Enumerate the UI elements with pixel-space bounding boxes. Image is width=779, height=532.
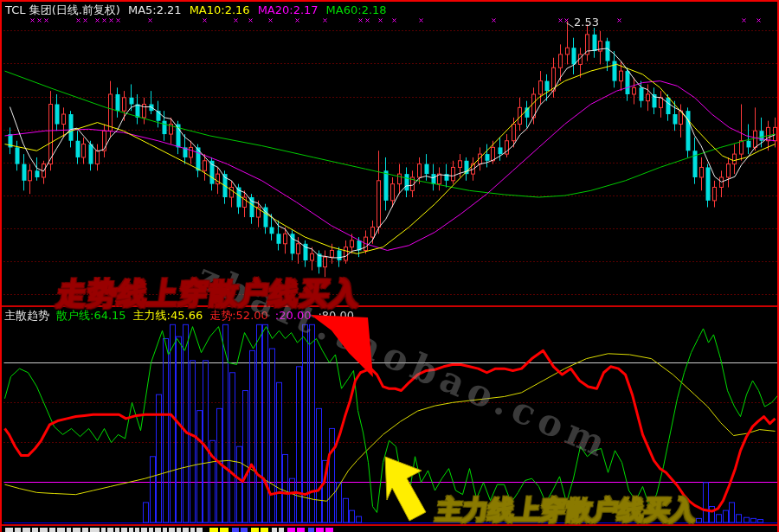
bottom-strip-segment: [272, 528, 277, 532]
bottom-strip-segment: [325, 528, 333, 532]
bottom-strip-segment: [40, 528, 48, 532]
bottom-strip-segment: [5, 528, 13, 532]
bottom-strip-segment: [57, 528, 65, 532]
indicator-name[interactable]: 主散趋势: [4, 309, 49, 322]
yellow-arrow-icon: [378, 452, 439, 525]
bottom-strip-segment: [183, 528, 189, 532]
bottom-strip-segment: [297, 528, 305, 532]
bottom-strip-segment: [251, 528, 259, 532]
bottom-strip-segment: [82, 528, 88, 532]
buy-signal-annotation-main: 主力线上穿散户线买入: [434, 493, 699, 529]
bottom-strip-segment: [135, 528, 139, 532]
bottom-strip-segment: [49, 528, 55, 532]
bottom-strip-segment: [209, 528, 218, 532]
app-window: TCL 集团(日线.前复权)MA5:2.21MA10:2.16MA20:2.17…: [0, 0, 779, 532]
ma10-label: MA10:2.16: [190, 3, 250, 16]
bottom-strip-segment: [316, 528, 324, 532]
bottom-strip-segment: [220, 528, 229, 532]
bottom-strip-segment: [190, 528, 195, 532]
bottom-strip-segment: [196, 528, 203, 532]
bottom-strip-segment: [32, 528, 38, 532]
ma5-label: MA5:2.21: [128, 3, 182, 16]
buy-signal-annotation-trend: 走势线上穿散户线买入: [55, 274, 363, 314]
bottom-strip-segment: [232, 528, 239, 532]
bottom-strip-segment: [241, 528, 248, 532]
peak-price-label: 2.53: [574, 16, 599, 29]
bottom-strip-segment: [141, 528, 147, 532]
bottom-strip-segment: [67, 528, 71, 532]
bottom-strip-segment: [308, 528, 314, 532]
bottom-strip-segment: [279, 528, 284, 532]
bottom-strip-segment: [163, 528, 167, 532]
bottom-strip-segment: [121, 528, 127, 532]
bottom-strip-segment: [149, 528, 153, 532]
ma60-label: MA60:2.18: [326, 3, 387, 16]
red-arrow-icon: [309, 311, 380, 382]
bottom-strip-segment: [15, 528, 21, 532]
bottom-strip-segment: [261, 528, 268, 532]
bottom-strip-segment: [73, 528, 80, 532]
bottom-strip-segment: [90, 528, 100, 532]
bottom-strip-segment: [169, 528, 175, 532]
bottom-strip-segment: [155, 528, 161, 532]
bottom-strip-segment: [177, 528, 181, 532]
bottom-strip-segment: [287, 528, 295, 532]
symbol-title: TCL 集团(日线.前复权): [5, 3, 120, 16]
title-bar: TCL 集团(日线.前复权)MA5:2.21MA10:2.16MA20:2.17…: [5, 3, 395, 18]
bottom-strip-segment: [107, 528, 113, 532]
bottom-strip-segment: [23, 528, 30, 532]
bottom-strip-segment: [115, 528, 119, 532]
ma20-label: MA20:2.17: [258, 3, 319, 16]
bottom-strip-segment: [129, 528, 133, 532]
bottom-strip-segment: [101, 528, 106, 532]
